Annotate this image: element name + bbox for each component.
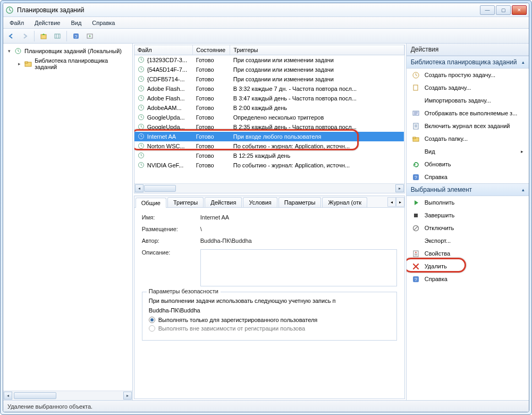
col-file[interactable]: Файл: [134, 45, 193, 55]
action-sel-0[interactable]: Выполнить: [407, 196, 529, 209]
right-pane: Действия Библиотека планировщика заданий…: [407, 44, 529, 400]
task-table-host: Файл Состояние Триггеры {13293CD7-3...Го…: [134, 45, 405, 193]
task-scheduler-window: Планировщик заданий — ▢ ✕ Файл Действие …: [3, 3, 529, 412]
run-icon: [412, 198, 420, 207]
clock-icon: [14, 47, 22, 55]
svg-text:?: ?: [415, 175, 417, 180]
svg-rect-26: [413, 137, 416, 139]
close-button[interactable]: ✕: [512, 5, 527, 15]
menu-action[interactable]: Действие: [29, 19, 65, 27]
help-icon: ?: [412, 173, 420, 181]
menu-help[interactable]: Справка: [87, 19, 120, 27]
table-row[interactable]: {54A5D14F-7...ГотовоПри создании или изм…: [134, 65, 404, 74]
action-lib-1[interactable]: Создать задачу...: [407, 81, 529, 94]
menu-file[interactable]: Файл: [4, 19, 29, 27]
forward-button[interactable]: [19, 30, 31, 42]
titlebar: Планировщик заданий — ▢ ✕: [3, 3, 529, 17]
actions-header: Действия: [407, 44, 529, 56]
minimize-button[interactable]: —: [480, 5, 495, 15]
tab-triggers[interactable]: Триггеры: [167, 197, 204, 207]
action-sel-1[interactable]: Завершить: [407, 209, 529, 222]
refresh-icon: [412, 160, 420, 168]
security-text: При выполнении задачи использовать следу…: [149, 298, 390, 304]
tree-root[interactable]: ▾ Планировщик заданий (Локальный): [5, 46, 130, 56]
tab-prev[interactable]: ◂: [387, 197, 396, 207]
security-group: Параметры безопасности При выполнении за…: [142, 292, 397, 341]
radio-logged-on[interactable]: Выполнять только для зарегистрированного…: [149, 317, 390, 323]
tab-conditions[interactable]: Условия: [243, 197, 277, 207]
action-lib-2[interactable]: Импортировать задачу...: [407, 94, 529, 107]
statusbar: Удаление выбранного объекта.: [3, 400, 529, 412]
table-row[interactable]: AdobeAAM...ГотовоВ 2:00 каждый день: [134, 103, 404, 113]
help-button[interactable]: ?: [70, 30, 82, 42]
run-button[interactable]: [84, 30, 96, 42]
action-sel-3[interactable]: Экспорт...: [407, 234, 529, 247]
table-row[interactable]: GoogleUpda...ГотовоВ 2:35 каждый день - …: [134, 122, 404, 132]
lbl-author: Автор:: [142, 238, 200, 244]
journal-icon: [412, 122, 420, 130]
delete-icon: [412, 262, 420, 270]
tree-library-label: Библиотека планировщика заданий: [35, 57, 129, 70]
table-row[interactable]: Adobe Flash...ГотовоВ 3:47 каждый день -…: [134, 94, 404, 103]
action-sel-6[interactable]: ?Справка: [407, 273, 529, 285]
details-pane: Общие Триггеры Действия Условия Параметр…: [134, 196, 405, 399]
blank-icon: [412, 147, 420, 156]
status-text: Удаление выбранного объекта.: [7, 403, 92, 410]
action-lib-0[interactable]: Создать простую задачу...: [407, 69, 529, 81]
detail-tabs: Общие Триггеры Действия Условия Параметр…: [134, 196, 404, 208]
description-box[interactable]: [200, 249, 397, 286]
props-icon: [412, 249, 420, 258]
tab-history[interactable]: Журнал (отк: [322, 197, 367, 207]
menu-view[interactable]: Вид: [65, 19, 87, 27]
col-state[interactable]: Состояние: [193, 45, 230, 55]
table-row[interactable]: Norton WSC...ГотовоПо событию - журнал: …: [134, 141, 404, 151]
tab-settings[interactable]: Параметры: [278, 197, 322, 207]
val-author: Buddha-ПК\Buddha: [200, 238, 397, 244]
action-lib-6[interactable]: Вид▸: [407, 145, 529, 158]
blank-icon: [412, 236, 420, 245]
section-library-head[interactable]: Библиотека планировщика заданий▴: [407, 56, 529, 69]
columns-button[interactable]: [52, 30, 63, 42]
table-scrollbar[interactable]: ◂ ▸: [134, 183, 404, 193]
action-sel-2[interactable]: Отключить: [407, 222, 529, 234]
tree-library[interactable]: ▸ Библиотека планировщика заданий: [5, 56, 130, 71]
action-lib-3[interactable]: Отображать все выполняемые з...: [407, 107, 529, 120]
table-row[interactable]: Adobe Flash...ГотовоВ 3:32 каждые 7 дн. …: [134, 84, 404, 94]
action-lib-8[interactable]: ?Справка: [407, 171, 529, 183]
tab-actions[interactable]: Действия: [205, 197, 242, 207]
up-button[interactable]: [38, 30, 49, 42]
tree-root-label: Планировщик заданий (Локальный): [24, 48, 122, 54]
task-table: Файл Состояние Триггеры {13293CD7-3...Го…: [134, 45, 404, 170]
display-icon: [412, 109, 420, 117]
security-account: Buddha-ПК\Buddha: [149, 307, 390, 314]
svg-rect-1: [41, 35, 46, 39]
lbl-name: Имя:: [142, 214, 200, 221]
action-lib-7[interactable]: Обновить: [407, 158, 529, 171]
back-button[interactable]: [5, 30, 17, 42]
table-row[interactable]: ГотовоВ 12:25 каждый день: [134, 151, 404, 160]
left-scrollbar[interactable]: ◂ ▸: [3, 391, 132, 400]
table-row[interactable]: {13293CD7-3...ГотовоПри создании или изм…: [134, 55, 404, 65]
tab-general[interactable]: Общие: [136, 198, 166, 208]
tree: ▾ Планировщик заданий (Локальный) ▸ Библ…: [3, 44, 132, 391]
stop-icon: [412, 211, 420, 219]
radio-any[interactable]: Выполнять вне зависимости от регистрации…: [149, 325, 390, 332]
clock-icon: [412, 71, 420, 79]
table-row[interactable]: Internet AAГотовоПри входе любого пользо…: [134, 132, 404, 141]
section-selected-head[interactable]: Выбранный элемент▴: [407, 183, 529, 196]
col-trigger[interactable]: Триггеры: [230, 45, 404, 55]
table-row[interactable]: GoogleUpda...ГотовоОпределено несколько …: [134, 113, 404, 122]
tab-next[interactable]: ▸: [396, 197, 404, 207]
action-sel-5[interactable]: Удалить: [407, 260, 529, 273]
maximize-button[interactable]: ▢: [496, 5, 511, 15]
svg-rect-8: [25, 62, 28, 63]
folder-icon: [24, 60, 33, 68]
table-row[interactable]: NVIDIA GeF...ГотовоПо событию - журнал: …: [134, 160, 404, 170]
action-sel-4[interactable]: Свойства: [407, 247, 529, 260]
val-location: \: [200, 226, 397, 232]
action-lib-5[interactable]: Создать папку...: [407, 132, 529, 145]
folder-icon: [412, 134, 420, 143]
table-row[interactable]: {CDFB5714-...ГотовоПри создании или изме…: [134, 74, 404, 84]
svg-point-32: [416, 251, 417, 252]
action-lib-4[interactable]: Включить журнал всех заданий: [407, 120, 529, 132]
